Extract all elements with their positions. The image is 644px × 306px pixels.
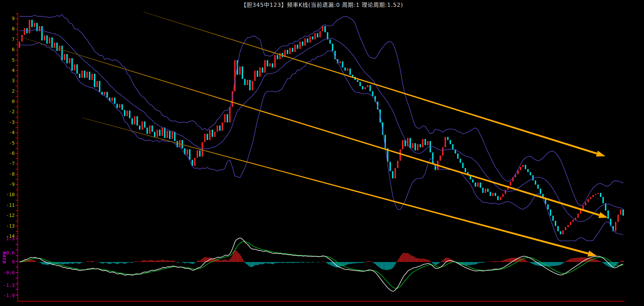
candle-bar — [31, 20, 33, 27]
candle-bar — [409, 138, 411, 148]
macd-histogram-bar — [574, 258, 575, 262]
candle-bar — [598, 193, 599, 194]
candle-bar — [19, 42, 20, 48]
macd-histogram-bar — [78, 262, 79, 264]
macd-axis-label: 0.6 — [6, 250, 15, 256]
macd-histogram-bar — [260, 262, 260, 264]
macd-histogram-bar — [169, 261, 170, 262]
candle-bar — [187, 149, 188, 155]
candle-bar — [304, 39, 306, 46]
macd-histogram-bar — [135, 262, 135, 262]
macd-histogram-bar — [167, 260, 168, 262]
macd-histogram-bar — [498, 262, 498, 262]
macd-histogram-bar — [394, 262, 394, 266]
candle-bar — [622, 209, 624, 216]
macd-histogram-bar — [280, 262, 280, 263]
candle-bar — [307, 39, 308, 43]
candle-bar — [472, 179, 474, 183]
macd-histogram-bar — [275, 262, 275, 263]
candle-bar — [522, 165, 524, 167]
macd-histogram-bar — [127, 262, 127, 263]
macd-histogram-bar — [516, 258, 517, 262]
macd-histogram-bar — [364, 262, 364, 263]
macd-histogram-bar — [470, 262, 471, 265]
candle-bar — [279, 53, 281, 59]
macd-histogram-bar — [597, 260, 597, 262]
macd-histogram-bar — [77, 262, 78, 263]
macd-histogram-bar — [265, 262, 265, 263]
macd-histogram-bar — [377, 262, 378, 266]
macd-histogram-bar — [480, 262, 481, 263]
candle-bar — [347, 69, 348, 71]
candle-bar — [394, 168, 396, 178]
macd-histogram-bar — [34, 260, 35, 262]
candle-bar — [502, 194, 504, 197]
y-axis-label: -8 — [9, 171, 15, 177]
macd-histogram-bar — [367, 261, 368, 262]
macd-histogram-bar — [285, 262, 285, 263]
macd-histogram-bar — [540, 262, 541, 266]
app-window: 【胆345中123】频率K线(当前遗漏:0 周期:1 理论周期:1.52) 98… — [0, 0, 644, 306]
candle-bar — [172, 132, 173, 139]
macd-histogram-bar — [70, 262, 71, 263]
candle-bar — [477, 183, 479, 187]
macd-histogram-bar — [599, 261, 600, 262]
macd-histogram-bar — [174, 261, 175, 262]
candle-bar — [107, 92, 108, 98]
macd-histogram-bar — [66, 262, 66, 264]
macd-histogram-bar — [578, 258, 578, 262]
macd-histogram-bar — [435, 262, 436, 265]
macd-histogram-bar — [295, 262, 295, 263]
macd-histogram-bar — [576, 258, 577, 262]
macd-histogram-bar — [530, 262, 531, 263]
macd-histogram-bar — [543, 262, 543, 266]
y-axis-label: 0 — [12, 99, 15, 104]
chart-canvas[interactable]: 987654320-2-3-4-5-6-7-8-9-10-11-12-13-14… — [0, 0, 644, 306]
macd-histogram-bar — [484, 262, 485, 263]
macd-histogram-bar — [258, 262, 259, 265]
macd-histogram-bar — [386, 262, 387, 270]
macd-histogram-bar — [81, 262, 81, 263]
macd-histogram-bar — [346, 262, 347, 265]
macd-histogram-bar — [82, 262, 82, 262]
macd-histogram-bar — [375, 262, 376, 264]
macd-histogram-bar — [392, 262, 393, 268]
macd-histogram-bar — [69, 262, 70, 263]
candle-bar — [54, 43, 55, 48]
macd-histogram-bar — [475, 262, 476, 264]
macd-histogram-bar — [191, 262, 192, 264]
macd-histogram-bar — [151, 260, 151, 262]
macd-histogram-bar — [580, 258, 581, 262]
macd-histogram-bar — [218, 260, 219, 262]
macd-histogram-bar — [122, 262, 123, 263]
macd-histogram-bar — [319, 262, 319, 262]
macd-histogram-bar — [153, 261, 154, 262]
macd-histogram-bar — [306, 262, 307, 262]
macd-histogram-bar — [177, 262, 178, 263]
macd-histogram-bar — [419, 259, 419, 262]
macd-histogram-bar — [494, 261, 494, 262]
candle-bar — [299, 42, 301, 49]
macd-histogram-bar — [236, 250, 237, 262]
macd-histogram-bar — [422, 259, 423, 262]
candle-bar — [64, 54, 65, 60]
macd-histogram-bar — [366, 262, 367, 262]
candle-bar — [46, 35, 48, 44]
macd-histogram-bar — [391, 262, 392, 269]
macd-histogram-bar — [109, 262, 110, 264]
macd-histogram-bar — [190, 262, 190, 263]
candle-bar — [510, 181, 511, 186]
macd-histogram-bar — [535, 262, 536, 265]
candle-bar — [547, 204, 549, 209]
candle-bar — [500, 197, 501, 200]
candle-bar — [302, 42, 303, 46]
candle-bar — [587, 199, 589, 202]
macd-histogram-bar — [345, 262, 346, 265]
macd-histogram-bar — [355, 262, 355, 263]
macd-histogram-bar — [491, 262, 492, 262]
macd-histogram-bar — [357, 262, 358, 263]
macd-histogram-bar — [379, 262, 379, 267]
candle-bar — [415, 143, 416, 150]
candle-bar — [492, 193, 494, 196]
macd-histogram-bar — [405, 253, 406, 262]
